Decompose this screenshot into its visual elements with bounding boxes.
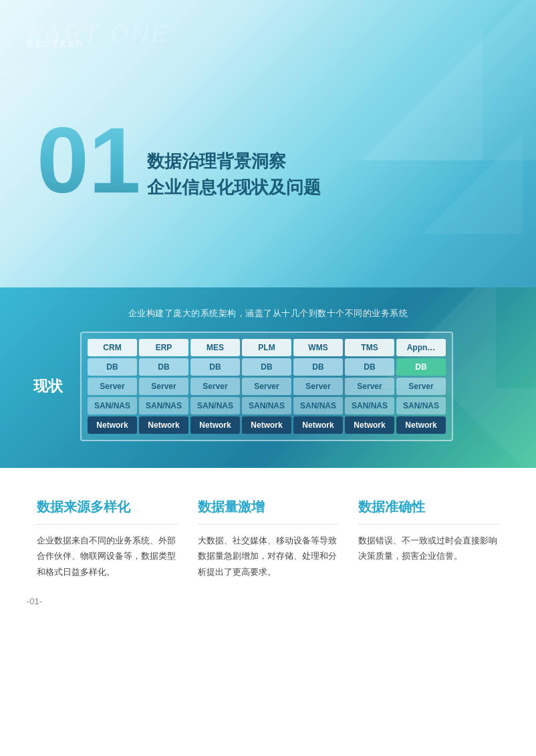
- system-mes: MES: [190, 339, 240, 356]
- network-1: Network: [88, 416, 137, 434]
- feature-volume-text: 大数据、社交媒体、移动设备等导致数据量急剧增加，对存储、处理和分析提出了更高要求…: [198, 533, 339, 580]
- middle-section: 企业构建了庞大的系统架构，涵盖了从十几个到数十个不同的业务系统 现状 CRM E…: [0, 287, 536, 468]
- san-3: SAN/NAS: [190, 397, 240, 414]
- feature-diversity-divider: [37, 524, 178, 525]
- db-6: DB: [345, 358, 394, 376]
- middle-subtitle: 企业构建了庞大的系统架构，涵盖了从十几个到数十个不同的业务系统: [13, 307, 523, 320]
- san-2: SAN/NAS: [139, 397, 188, 414]
- feature-diversity: 数据来源多样化 企业数据来自不同的业务系统、外部合作伙伴、物联网设备等，数据类型…: [37, 498, 178, 580]
- chapter-title-line1: 数据治理背景洞察: [147, 148, 321, 174]
- systems-table-wrapper: CRM ERP MES PLM WMS TMS Appn… DB DB DB D…: [80, 332, 509, 441]
- network-3: Network: [190, 416, 240, 434]
- status-label: 现状: [33, 376, 63, 396]
- server-3: Server: [190, 378, 240, 395]
- table-row-db: DB DB DB DB DB DB DB: [88, 358, 446, 376]
- db-2: DB: [139, 358, 188, 376]
- bg-shape-3: [422, 134, 523, 234]
- system-plm: PLM: [242, 339, 291, 356]
- top-section: PART ONE 数据治理蓝皮书 01 数据治理背景洞察 企业信息化现状及问题: [0, 0, 536, 287]
- db-3: DB: [190, 358, 240, 376]
- chapter-number: 01: [37, 114, 141, 207]
- san-4: SAN/NAS: [242, 397, 291, 414]
- db-7-highlight: DB: [396, 358, 446, 376]
- bottom-section: 数据来源多样化 企业数据来自不同的业务系统、外部合作伙伴、物联网设备等，数据类型…: [0, 468, 536, 620]
- feature-accuracy-title: 数据准确性: [358, 498, 499, 516]
- system-appn: Appn…: [396, 339, 446, 356]
- network-5: Network: [293, 416, 343, 434]
- table-row-systems: CRM ERP MES PLM WMS TMS Appn…: [88, 339, 446, 356]
- san-7: SAN/NAS: [396, 397, 446, 414]
- features-grid: 数据来源多样化 企业数据来自不同的业务系统、外部合作伙伴、物联网设备等，数据类型…: [37, 498, 499, 580]
- server-2: Server: [139, 378, 188, 395]
- server-1: Server: [88, 378, 137, 395]
- server-6: Server: [345, 378, 394, 395]
- server-4: Server: [242, 378, 291, 395]
- feature-volume: 数据量激增 大数据、社交媒体、移动设备等导致数据量急剧增加，对存储、处理和分析提…: [198, 498, 339, 580]
- system-tms: TMS: [345, 339, 394, 356]
- feature-accuracy-divider: [358, 524, 499, 525]
- db-5: DB: [293, 358, 343, 376]
- feature-volume-divider: [198, 524, 339, 525]
- feature-diversity-title: 数据来源多样化: [37, 498, 178, 516]
- san-1: SAN/NAS: [88, 397, 137, 414]
- feature-volume-title: 数据量激增: [198, 498, 339, 516]
- system-crm: CRM: [88, 339, 137, 356]
- chapter-title-line2: 企业信息化现状及问题: [147, 174, 321, 201]
- table-row-network: Network Network Network Network Network …: [88, 416, 446, 434]
- network-4: Network: [242, 416, 291, 434]
- feature-accuracy: 数据准确性 数据错误、不一致或过时会直接影响决策质量，损害企业信誉。: [358, 498, 499, 580]
- db-1: DB: [88, 358, 137, 376]
- san-6: SAN/NAS: [345, 397, 394, 414]
- network-6: Network: [345, 416, 394, 434]
- network-7: Network: [396, 416, 446, 434]
- table-row-server: Server Server Server Server Server Serve…: [88, 378, 446, 395]
- page-number: -01-: [27, 596, 42, 606]
- feature-diversity-text: 企业数据来自不同的业务系统、外部合作伙伴、物联网设备等，数据类型和格式日益多样化…: [37, 533, 178, 580]
- chapter-title: 数据治理背景洞察 企业信息化现状及问题: [147, 148, 321, 201]
- breadcrumb: 数据治理蓝皮书: [27, 39, 83, 49]
- systems-container: 现状 CRM ERP MES PLM WMS TMS Appn… DB DB: [13, 332, 523, 441]
- system-wms: WMS: [293, 339, 343, 356]
- table-row-san: SAN/NAS SAN/NAS SAN/NAS SAN/NAS SAN/NAS …: [88, 397, 446, 414]
- server-5: Server: [293, 378, 343, 395]
- server-7: Server: [396, 378, 446, 395]
- db-4: DB: [242, 358, 291, 376]
- network-2: Network: [139, 416, 188, 434]
- system-erp: ERP: [139, 339, 188, 356]
- feature-accuracy-text: 数据错误、不一致或过时会直接影响决策质量，损害企业信誉。: [358, 533, 499, 564]
- systems-table: CRM ERP MES PLM WMS TMS Appn… DB DB DB D…: [80, 332, 453, 441]
- san-5: SAN/NAS: [293, 397, 343, 414]
